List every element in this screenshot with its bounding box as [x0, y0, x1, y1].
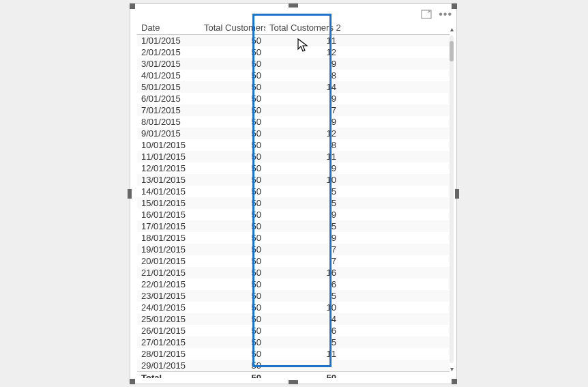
cell-tc2: 9 [265, 116, 340, 128]
scroll-up-arrow-icon[interactable]: ▴ [448, 26, 455, 33]
cell-tc2: 4 [265, 313, 340, 325]
table-row[interactable]: 16/01/2015509 [137, 209, 450, 220]
cell-date: 17/01/2015 [137, 220, 200, 232]
cell-date: 5/01/2015 [137, 81, 200, 93]
cell-tc: 50 [200, 360, 265, 372]
focus-mode-icon[interactable] [421, 10, 432, 19]
table-row[interactable]: 14/01/2015505 [137, 186, 450, 197]
table-visual[interactable]: ••• Date Total Customers Total Customers… [130, 3, 457, 384]
cell-tc2: 9 [265, 232, 340, 244]
cell-date: 28/01/2015 [137, 348, 200, 360]
cell-tc: 50 [200, 278, 265, 290]
cell-date: 18/01/2015 [137, 232, 200, 244]
scroll-down-arrow-icon[interactable]: ▾ [448, 366, 455, 373]
cell-tc: 50 [200, 232, 265, 244]
table-row[interactable]: 6/01/2015509 [137, 93, 450, 104]
col-date-header[interactable]: Date [137, 22, 200, 35]
cell-date: 7/01/2015 [137, 104, 200, 116]
table-row[interactable]: 1/01/20155011 [137, 35, 450, 47]
table-row[interactable]: 10/01/2015508 [137, 139, 450, 151]
table-row[interactable]: 26/01/2015506 [137, 325, 450, 336]
resize-handle-tr[interactable] [452, 3, 457, 9]
table-row[interactable]: 9/01/20155012 [137, 128, 450, 139]
table-row[interactable]: 13/01/20155010 [137, 174, 450, 186]
table-body-wrap: Date Total Customers Total Customers 2 1… [137, 22, 450, 378]
resize-handle-bottom[interactable] [289, 380, 298, 384]
table-row[interactable]: 23/01/2015505 [137, 290, 450, 302]
table-row[interactable]: 17/01/2015505 [137, 220, 450, 232]
resize-handle-br[interactable] [452, 379, 457, 384]
table-row[interactable]: 5/01/20155014 [137, 81, 450, 93]
cell-date: 24/01/2015 [137, 302, 200, 313]
cell-tc2: 11 [265, 35, 340, 47]
col-tc-header[interactable]: Total Customers [200, 22, 265, 35]
table-row[interactable]: 8/01/2015509 [137, 116, 450, 128]
scroll-track[interactable] [450, 35, 454, 363]
cell-tc2: 5 [265, 186, 340, 197]
totals-row: Total 50 50 [137, 372, 450, 379]
cell-date: 14/01/2015 [137, 186, 200, 197]
cell-tc: 50 [200, 174, 265, 186]
cell-date: 29/01/2015 [137, 360, 200, 372]
table-row[interactable]: 2/01/20155012 [137, 46, 450, 58]
table-row[interactable]: 4/01/2015508 [137, 70, 450, 81]
col-tc2-header[interactable]: Total Customers 2 [265, 22, 340, 35]
table-row[interactable]: 22/01/2015506 [137, 278, 450, 290]
cell-date: 3/01/2015 [137, 58, 200, 70]
cell-tc: 50 [200, 162, 265, 174]
cell-date: 6/01/2015 [137, 93, 200, 104]
cell-tc2: 5 [265, 336, 340, 348]
cell-date: 4/01/2015 [137, 70, 200, 81]
table-row[interactable]: 28/01/20155011 [137, 348, 450, 360]
table-row[interactable]: 29/01/201550 [137, 360, 450, 372]
table-row[interactable]: 3/01/2015509 [137, 58, 450, 70]
resize-handle-bl[interactable] [130, 379, 135, 384]
cell-date: 15/01/2015 [137, 197, 200, 209]
table-row[interactable]: 7/01/2015507 [137, 104, 450, 116]
table-row[interactable]: 25/01/2015504 [137, 313, 450, 325]
cell-date: 9/01/2015 [137, 128, 200, 139]
cell-tc: 50 [200, 128, 265, 139]
cell-tc: 50 [200, 46, 265, 58]
table-row[interactable]: 20/01/2015507 [137, 255, 450, 267]
resize-handle-top[interactable] [289, 3, 298, 8]
scroll-thumb[interactable] [450, 41, 454, 61]
cell-tc: 50 [200, 116, 265, 128]
cell-tc2: 9 [265, 58, 340, 70]
table-row[interactable]: 12/01/2015509 [137, 162, 450, 174]
resize-handle-right[interactable] [455, 189, 459, 199]
vertical-scrollbar[interactable]: ▴ ▾ [448, 35, 455, 363]
table-row[interactable]: 19/01/2015507 [137, 244, 450, 255]
cell-tc2: 5 [265, 197, 340, 209]
more-options-icon[interactable]: ••• [439, 8, 452, 20]
table-row[interactable]: 21/01/20155016 [137, 267, 450, 278]
cell-tc: 50 [200, 58, 265, 70]
resize-handle-tl[interactable] [130, 3, 135, 9]
cell-date: 22/01/2015 [137, 278, 200, 290]
cell-tc: 50 [200, 209, 265, 220]
cell-tc2: 9 [265, 209, 340, 220]
cell-tc2: 10 [265, 174, 340, 186]
cell-tc2: 10 [265, 302, 340, 313]
cell-tc2: 12 [265, 128, 340, 139]
table-row[interactable]: 11/01/20155011 [137, 151, 450, 162]
table-row[interactable]: 27/01/2015505 [137, 336, 450, 348]
table-row[interactable]: 18/01/2015509 [137, 232, 450, 244]
totals-tc: 50 [200, 372, 265, 379]
cell-tc: 50 [200, 325, 265, 336]
cell-tc2: 5 [265, 220, 340, 232]
cell-tc2: 11 [265, 151, 340, 162]
cell-tc: 50 [200, 302, 265, 313]
cell-tc: 50 [200, 186, 265, 197]
table-row[interactable]: 24/01/20155010 [137, 302, 450, 313]
matrix-table: Date Total Customers Total Customers 2 1… [137, 22, 450, 378]
table-row[interactable]: 15/01/2015505 [137, 197, 450, 209]
cell-tc: 50 [200, 244, 265, 255]
cell-tc: 50 [200, 93, 265, 104]
cell-date: 11/01/2015 [137, 151, 200, 162]
cell-tc: 50 [200, 313, 265, 325]
cell-date: 1/01/2015 [137, 35, 200, 47]
resize-handle-left[interactable] [128, 189, 132, 199]
cell-date: 27/01/2015 [137, 336, 200, 348]
cell-tc: 50 [200, 197, 265, 209]
